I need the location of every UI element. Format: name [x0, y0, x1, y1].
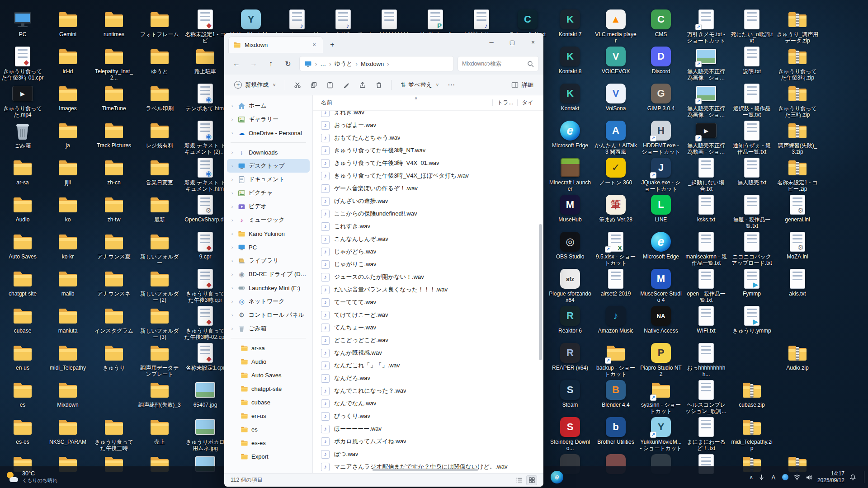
desktop-icon[interactable]: 新しいフォルダー (2) [138, 267, 181, 305]
desktop-icon[interactable]: KKontakt 7 [548, 8, 592, 45]
file-row[interactable]: ♪てんちょー.wav [316, 321, 543, 334]
sidebar-item-24[interactable]: es-es [227, 436, 310, 450]
file-row[interactable]: ♪こんなんしんぞ.wav [316, 233, 543, 245]
desktop-icon[interactable]: ごみ箱 [1, 119, 44, 156]
desktop-icon[interactable]: ラベル印刷 [138, 82, 181, 119]
desktop-icon[interactable]: 調声練習(失敗)_3 [138, 379, 181, 416]
desktop-icon[interactable]: malib [46, 267, 90, 305]
thumbnail-view-button[interactable] [526, 475, 537, 485]
desktop-icon[interactable]: 無題 - 親作品一覧.txt [730, 193, 774, 230]
desktop-icon[interactable]: ♪Amazon Music [594, 305, 637, 342]
desktop-icon[interactable]: TimeTune [92, 82, 136, 119]
desktop-icon[interactable]: Auto Saves [1, 230, 44, 267]
chevron-right-icon[interactable]: › [230, 177, 235, 182]
desktop-icon[interactable]: ⚙OpenCvSharp.dll [184, 193, 227, 230]
desktop-icon[interactable]: 営業日変更 [138, 156, 181, 193]
share-button[interactable] [355, 77, 370, 93]
chevron-right-icon[interactable]: › [230, 117, 235, 122]
chevron-right-icon[interactable]: › [230, 285, 235, 291]
desktop-icon[interactable]: LLINE [639, 193, 683, 230]
desktop-icon[interactable]: ◉テンポあて.html [184, 82, 227, 119]
file-row[interactable]: ♪ほーーーーー.wav [316, 422, 543, 435]
file-row[interactable]: ♪なんだこれ「」「」.wav [316, 359, 543, 372]
file-row[interactable]: ♪ゲーム音楽ぽいの作るぞ！.wav [316, 182, 543, 195]
sidebar-item-6[interactable]: ›ピクチャ [227, 186, 310, 200]
delete-button[interactable] [371, 77, 387, 93]
sort-button[interactable]: ⇅ 並べ替え ∨ [396, 78, 443, 92]
desktop-icon[interactable]: bBrother Utilities [594, 416, 637, 453]
more-options-button[interactable]: ⋯ [444, 78, 458, 92]
sidebar-item-16[interactable]: ›ごみ箱 [227, 322, 310, 335]
desktop-icon[interactable]: ◎OBS Studio [548, 230, 592, 267]
breadcrumb-overflow[interactable]: … [320, 61, 326, 67]
desktop-icon[interactable]: NKSC_PARAM [46, 416, 90, 453]
desktop-icon[interactable]: Gemini [46, 8, 90, 45]
sidebar-item-11[interactable]: ›ライブラリ [227, 254, 310, 267]
sidebar-item-7[interactable]: ›ビデオ [227, 200, 310, 213]
file-row[interactable]: ♪きゅうり食ってた午後3時_NT.wav [316, 144, 543, 157]
chevron-right-icon[interactable]: › [230, 130, 235, 136]
desktop-icon[interactable]: Telepathy_Inst_2... [92, 45, 136, 82]
tab-close-icon[interactable]: × [310, 41, 318, 49]
file-row[interactable]: ♪きゅうり食ってた午後3時_V4X_ほぼベタ打ち.wav [316, 169, 543, 182]
desktop-icon[interactable]: ◆きゅうり食ってた午後3時-02.cpr [184, 305, 227, 342]
desktop-icon[interactable]: 無人販売.txt [730, 156, 774, 193]
desktop-icon[interactable]: アナウンスネ [92, 267, 136, 305]
sidebar-item-12[interactable]: ›◉BD-RE ドライブ (D:) MrPC2... [227, 267, 310, 281]
minimize-button[interactable]: ─ [481, 33, 502, 51]
file-row[interactable]: ♪おっぱよー.wav [316, 119, 543, 131]
chevron-right-icon[interactable]: › [230, 258, 235, 263]
breadcrumb-item-current[interactable]: Mixdown [361, 61, 384, 67]
desktop-icon[interactable]: フォトフレーム [138, 8, 181, 45]
sidebar-item-23[interactable]: es [227, 422, 310, 436]
file-row[interactable]: ♪ぼつ.wav [316, 448, 543, 460]
desktop-icon[interactable]: 調声練習(失敗)_3.zip [776, 119, 819, 156]
desktop-icon[interactable]: ↗無人販売不正行為画像 - ショートカッ... [684, 45, 728, 82]
column-header-name[interactable]: 名前 [321, 99, 488, 107]
desktop-icon[interactable]: きゅうり食ってた午後三時 [92, 416, 136, 453]
desktop-icon[interactable]: Audio [1, 193, 44, 230]
desktop-icon[interactable]: Mixdown [46, 379, 90, 416]
desktop-icon[interactable]: eMicrosoft Edge [548, 119, 592, 156]
chevron-right-icon[interactable]: › [230, 190, 235, 196]
desktop-icon[interactable]: ja [46, 119, 90, 156]
file-row[interactable]: ♪なんか既視感.wav [316, 347, 543, 359]
desktop-icon[interactable]: アナウンス夏 [92, 230, 136, 267]
microphone-icon[interactable] [758, 474, 765, 481]
file-row[interactable]: ♪きゅうり食ってた午後3時_V4X_01.wav [316, 157, 543, 169]
desktop-icon[interactable]: ◆きゅうり食ってた午後3時.cpr [184, 267, 227, 305]
file-row[interactable]: ♪てーててて.wav [316, 296, 543, 309]
desktop-icon[interactable]: GGIMP 3.0.4 [639, 82, 683, 119]
desktop-icon[interactable]: おっhhhhhhhhhh... [684, 342, 728, 379]
desktop-icon[interactable]: ニコニコバックアップロード.txt [730, 230, 774, 267]
file-row[interactable]: ♪ジュースのふたが開かない！.wav [316, 271, 543, 283]
file-row[interactable]: ♪だいぶ音量バランス良くなった！！！.wav [316, 283, 543, 296]
breadcrumb[interactable]: › … › ゆうと › Mixdown › [299, 56, 454, 71]
desktop-icon[interactable]: ↗backup - ショートカット [594, 342, 637, 379]
desktop-icon[interactable]: 説明.txt [730, 45, 774, 82]
desktop-icon[interactable]: NANative Access [639, 305, 683, 342]
horizontal-scrollbar[interactable] [324, 468, 512, 472]
desktop-icon[interactable]: まにまにわーるど！.txt [684, 416, 728, 453]
desktop-icon[interactable]: Y↗YukkuriMovieM... - ショートカット [639, 416, 683, 453]
list-view-button[interactable] [514, 475, 524, 485]
file-row[interactable]: ♪なんでなん.wav [316, 397, 543, 410]
desktop-icon[interactable]: 死にたい_o歌詞.txt [730, 8, 774, 45]
desktop-icon[interactable]: open - 親作品一覧.txt [684, 267, 728, 305]
search-input[interactable]: Mixdownの検索 [458, 56, 539, 71]
desktop-icon[interactable]: maniuta [46, 305, 90, 342]
sidebar-item-19[interactable]: Auto Saves [227, 368, 310, 382]
desktop-icon[interactable]: 調声用データテンプレート [138, 342, 181, 379]
sidebar-item-18[interactable]: Audio [227, 355, 310, 368]
desktop-icon[interactable]: 通知うぜぇ - 親作品一覧.txt [730, 119, 774, 156]
explorer-tab[interactable]: Mixdown × [229, 37, 323, 53]
file-row[interactable]: ♪じゃがどら.wav [316, 245, 543, 258]
desktop-icon[interactable]: ヘルスコンプレッション_歌詞.txt [684, 379, 728, 416]
column-header-title[interactable]: タイ [522, 99, 533, 107]
sidebar-item-25[interactable]: Export [227, 450, 310, 463]
sidebar-item-3[interactable]: ›↓Downloads [227, 145, 310, 159]
desktop-icon[interactable]: en-us [1, 342, 44, 379]
file-row[interactable]: ♪びっくり.wav [316, 410, 543, 422]
desktop-icon[interactable]: 新しいフォルダー [138, 230, 181, 267]
desktop-icon[interactable]: きゅうり [92, 342, 136, 379]
